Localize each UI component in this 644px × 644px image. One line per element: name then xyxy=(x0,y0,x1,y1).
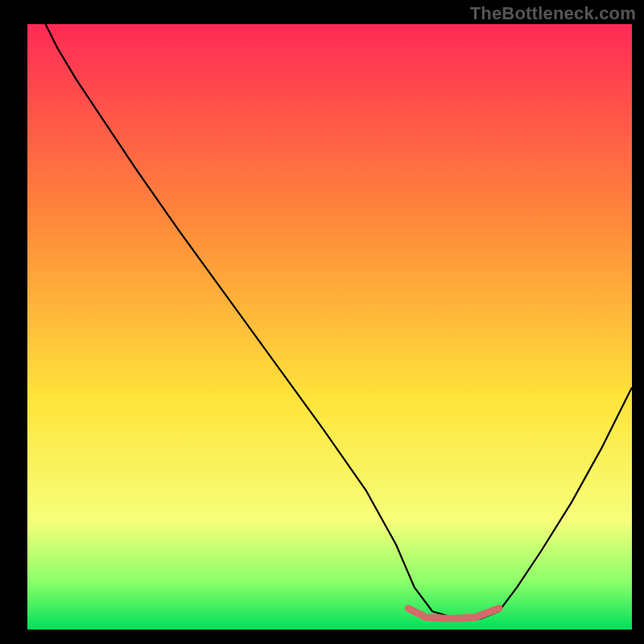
watermark-text: TheBottleneck.com xyxy=(470,3,636,24)
chart-frame: { "watermark": "TheBottleneck.com", "col… xyxy=(0,0,644,644)
bottleneck-chart xyxy=(0,0,644,644)
gradient-panel xyxy=(27,24,632,630)
